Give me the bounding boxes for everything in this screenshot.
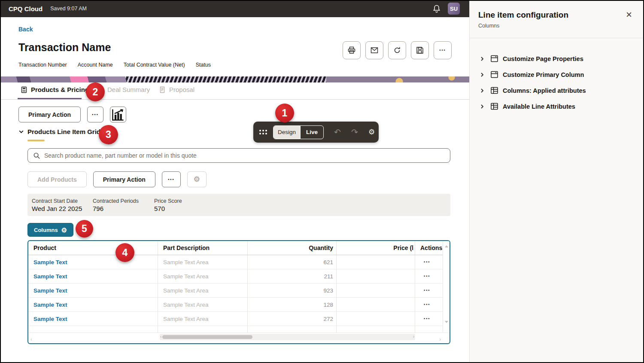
active-tab-underline (18, 98, 82, 99)
grid-more-button[interactable]: ••• (162, 171, 181, 187)
ellipsis-icon: ••• (439, 48, 446, 52)
product-search (27, 148, 450, 163)
grid-primary-action-button[interactable]: Primary Action (93, 171, 155, 187)
table-row: Sample Text Sample Text Area 923 ••• (28, 284, 450, 298)
tab-deal-summary[interactable]: Deal Summary (97, 86, 150, 93)
transaction-action-row: Primary Action ••• (18, 107, 126, 122)
part-description[interactable]: Sample Text Area (163, 287, 209, 294)
live-toggle[interactable]: Live (300, 126, 323, 139)
page-title: Transaction Name (18, 41, 111, 54)
product-link[interactable]: Sample Text (33, 316, 67, 322)
chevron-down-icon (18, 129, 24, 134)
col-header-product[interactable]: Product (28, 241, 158, 255)
saved-status: Saved 9:07 AM (50, 6, 87, 12)
drag-handle-icon[interactable] (259, 130, 267, 134)
user-avatar[interactable]: SU (448, 3, 460, 15)
scroll-right-arrow-icon[interactable]: › (413, 334, 414, 339)
toolbar-gear-icon[interactable]: ⚙ (368, 128, 375, 136)
tab-proposal[interactable]: Proposal (159, 86, 194, 93)
row-actions-icon[interactable]: ••• (420, 260, 430, 264)
row-actions-icon[interactable]: ••• (420, 288, 430, 293)
table-scroll-right-icon[interactable]: › (439, 336, 441, 342)
quantity-value[interactable]: 211 (324, 273, 333, 280)
part-description[interactable]: Sample Text Area (163, 259, 209, 265)
part-description[interactable]: Sample Text Area (163, 316, 209, 322)
search-input[interactable] (44, 152, 450, 159)
tab-bar: Products & Pricing Deal Summary Proposal (0, 82, 469, 100)
product-link[interactable]: Sample Text (33, 259, 67, 265)
more-button[interactable]: ••• (87, 107, 103, 122)
callout-badge-2: 2 (86, 82, 105, 101)
products-line-item-grid-header[interactable]: Products Line Item Grid (18, 128, 100, 135)
email-button[interactable] (365, 41, 383, 59)
page-icon (490, 70, 498, 79)
grid-action-row: Add Products Primary Action ••• ⚙ (27, 171, 207, 187)
tab-products-pricing[interactable]: Products & Pricing (21, 86, 89, 93)
quantity-value[interactable]: 923 (323, 287, 333, 294)
row-actions-icon[interactable]: ••• (420, 317, 430, 321)
price-cell[interactable] (337, 269, 415, 283)
callout-badge-3: 3 (99, 125, 118, 144)
refresh-button[interactable] (388, 41, 406, 59)
horizontal-scrollbar-thumb[interactable] (162, 335, 252, 339)
col-header-part-description[interactable]: Part Description (158, 241, 248, 255)
panel-item-customize-primary-column[interactable]: Customize Primary Column (470, 67, 644, 82)
envelope-icon (370, 46, 379, 55)
quantity-value[interactable]: 621 (323, 259, 333, 265)
main-content: Back Transaction Name Transaction Number… (0, 17, 469, 363)
part-description[interactable]: Sample Text Area (163, 302, 209, 308)
summary-contract-start-date: Contract Start Date Wed Jan 22 2025 (27, 198, 88, 212)
col-header-quantity[interactable]: Quantity (248, 241, 337, 255)
panel-item-label: Customize Page Properties (503, 55, 583, 62)
row-actions-icon[interactable]: ••• (420, 302, 430, 307)
decorative-banner (0, 76, 469, 82)
columns-config-button[interactable]: Columns ⚙ (27, 223, 73, 237)
search-icon (33, 152, 40, 159)
price-cell[interactable] (337, 255, 415, 269)
panel-item-available-line-attributes[interactable]: Available Line Attributes (470, 98, 644, 114)
refresh-icon (393, 46, 401, 55)
quote-summary-bar: Contract Start Date Wed Jan 22 2025 Cont… (27, 194, 450, 216)
panel-title: Line item configuration (478, 10, 568, 20)
page-icon (490, 55, 498, 63)
price-cell[interactable] (337, 312, 415, 326)
product-link[interactable]: Sample Text (33, 287, 67, 294)
undo-icon[interactable]: ↶ (334, 128, 341, 136)
save-icon (416, 46, 424, 55)
vertical-scrollbar[interactable] (443, 241, 450, 332)
col-header-price[interactable]: Price (l (337, 241, 415, 255)
quantity-value[interactable]: 128 (323, 302, 333, 308)
columns-button-label: Columns (34, 227, 58, 233)
price-cell[interactable] (337, 284, 415, 297)
col-header-actions: Actions (415, 241, 443, 255)
scroll-left-arrow-icon[interactable]: ‹ (160, 334, 161, 339)
grid-settings-button[interactable]: ⚙ (187, 171, 207, 187)
notifications-bell-icon[interactable] (432, 4, 441, 13)
save-button[interactable] (411, 41, 429, 59)
table-scroll-left-icon[interactable]: ‹ (30, 336, 32, 342)
product-link[interactable]: Sample Text (33, 302, 67, 308)
design-toggle[interactable]: Design (273, 126, 300, 139)
more-actions-button[interactable]: ••• (434, 41, 452, 59)
analytics-button[interactable] (110, 107, 126, 122)
part-description[interactable]: Sample Text Area (163, 273, 209, 280)
close-icon[interactable]: × (626, 9, 632, 20)
panel-item-customize-page-properties[interactable]: Customize Page Properties (470, 51, 644, 67)
horizontal-scrollbar[interactable]: ‹ › (160, 334, 415, 340)
print-button[interactable] (343, 41, 361, 59)
row-actions-icon[interactable]: ••• (420, 274, 430, 278)
field-status: Status (196, 62, 211, 68)
scroll-up-arrow-icon[interactable] (445, 245, 448, 247)
empty-row (28, 326, 450, 333)
back-link[interactable]: Back (18, 26, 33, 33)
product-link[interactable]: Sample Text (33, 273, 67, 280)
callout-badge-5: 5 (76, 220, 93, 238)
table-row: Sample Text Sample Text Area 128 ••• (28, 298, 450, 312)
redo-icon[interactable]: ↷ (351, 128, 358, 136)
primary-action-button[interactable]: Primary Action (18, 107, 81, 122)
scroll-down-arrow-icon[interactable] (445, 321, 448, 323)
price-cell[interactable] (337, 298, 415, 311)
panel-item-columns-applied-attributes[interactable]: Columns: Applied attributes (470, 82, 644, 98)
add-products-button[interactable]: Add Products (27, 171, 87, 187)
quantity-value[interactable]: 272 (323, 316, 333, 322)
